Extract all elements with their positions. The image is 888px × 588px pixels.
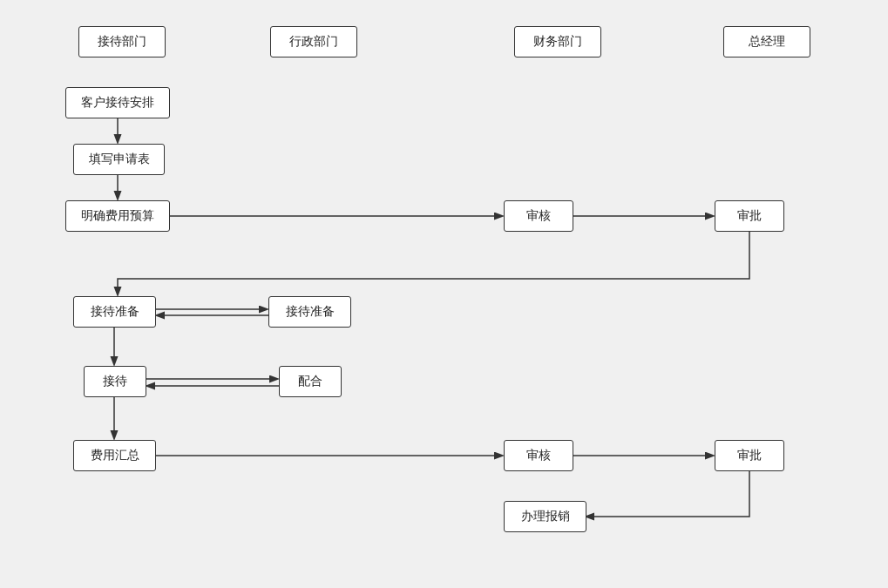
dept-admin: 行政部门 — [270, 26, 357, 57]
node-fill: 填写申请表 — [73, 144, 165, 175]
node-prep-a: 接待准备 — [268, 296, 351, 328]
diagram-container: 接待部门 行政部门 财务部门 总经理 客户接待安排 填写申请表 明确费用预算 审… — [0, 0, 888, 588]
node-reception: 接待 — [84, 366, 146, 397]
node-reimburse: 办理报销 — [504, 501, 586, 532]
node-total: 费用汇总 — [73, 440, 156, 471]
node-prep-r: 接待准备 — [73, 296, 156, 328]
node-review1: 审核 — [504, 200, 573, 232]
dept-finance: 财务部门 — [514, 26, 601, 57]
node-customer: 客户接待安排 — [65, 87, 170, 118]
dept-reception: 接待部门 — [78, 26, 166, 57]
node-approve2: 审批 — [715, 440, 784, 471]
node-approve1: 审批 — [715, 200, 784, 232]
node-cooperate: 配合 — [279, 366, 342, 397]
node-review2: 审核 — [504, 440, 573, 471]
node-budget: 明确费用预算 — [65, 200, 170, 232]
dept-gm: 总经理 — [723, 26, 810, 57]
